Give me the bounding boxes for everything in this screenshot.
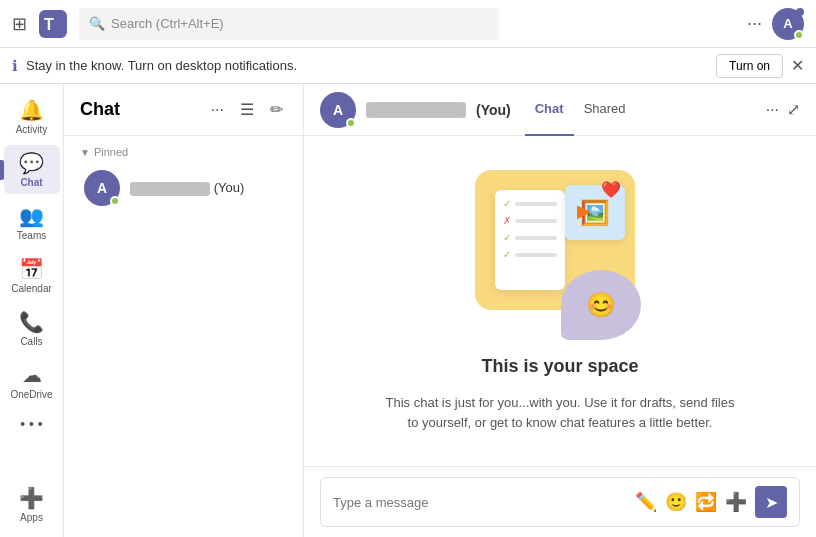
sidebar-item-chat[interactable]: 💬 Chat [4, 145, 60, 194]
topbar-right: ··· A [747, 8, 804, 40]
conv-header-right: ··· ⤢ [766, 100, 800, 119]
message-input-icons: ✏️ 🙂 🔁 ➕ ➤ [635, 486, 787, 518]
heart-icon: ❤️ [601, 180, 621, 199]
notification-text: Stay in the know. Turn on desktop notifi… [26, 58, 708, 73]
sidebar: 🔔 Activity 💬 Chat 👥 Teams 📅 Calendar 📞 C… [0, 84, 64, 537]
teams-icon: 👥 [19, 204, 44, 228]
illustration: ✓ ✗ ✓ ✓ [465, 170, 655, 340]
teams-logo: T [37, 8, 69, 40]
tab-chat[interactable]: Chat [525, 84, 574, 136]
tab-shared[interactable]: Shared [574, 84, 636, 136]
message-input[interactable] [333, 495, 625, 510]
chat-panel: Chat ··· ☰ ✏ ▼ Pinned A (You) [64, 84, 304, 537]
chat-compose-icon[interactable]: ✏ [266, 96, 287, 123]
conv-online-dot [346, 118, 356, 128]
sidebar-item-calls[interactable]: 📞 Calls [4, 304, 60, 353]
illustration-checklist: ✓ ✗ ✓ ✓ [495, 190, 565, 290]
message-input-area: ✏️ 🙂 🔁 ➕ ➤ [304, 466, 816, 537]
conv-tabs: Chat Shared [525, 84, 636, 136]
onedrive-icon: ☁ [22, 363, 42, 387]
close-notification-icon[interactable]: ✕ [791, 56, 804, 75]
main-area: 🔔 Activity 💬 Chat 👥 Teams 📅 Calendar 📞 C… [0, 84, 816, 537]
search-icon: 🔍 [89, 16, 105, 31]
pinned-section-label[interactable]: ▼ Pinned [64, 136, 303, 162]
search-placeholder: Search (Ctrl+Alt+E) [111, 16, 224, 31]
active-indicator [0, 160, 4, 180]
format-icon[interactable]: ✏️ [635, 491, 657, 513]
sidebar-item-label: Teams [17, 230, 46, 241]
blurred-username [130, 182, 210, 196]
notification-dot [796, 8, 804, 16]
more-options-icon[interactable]: ··· [747, 13, 762, 34]
check-green-icon-3: ✓ [503, 249, 511, 260]
chat-panel-title: Chat [80, 99, 199, 120]
list-item[interactable]: A (You) [68, 162, 299, 214]
conv-you-label: (You) [476, 102, 511, 118]
sidebar-item-label: Chat [20, 177, 42, 188]
svg-text:T: T [44, 16, 54, 33]
sidebar-item-apps[interactable]: ➕ Apps [4, 480, 60, 529]
pinned-label: Pinned [94, 146, 128, 158]
conv-expand-icon[interactable]: ⤢ [787, 100, 800, 119]
search-bar[interactable]: 🔍 Search (Ctrl+Alt+E) [79, 8, 499, 40]
calendar-icon: 📅 [19, 257, 44, 281]
check-green-icon-2: ✓ [503, 232, 511, 243]
check-green-icon: ✓ [503, 198, 511, 209]
online-dot [110, 196, 120, 206]
chat-icon: 💬 [19, 151, 44, 175]
apps-icon: ➕ [19, 486, 44, 510]
chat-item-name: (You) [130, 180, 244, 196]
calls-icon: 📞 [19, 310, 44, 334]
emoji-icon[interactable]: 🙂 [665, 491, 687, 513]
topbar: ⊞ T 🔍 Search (Ctrl+Alt+E) ··· A [0, 0, 816, 48]
sidebar-item-label: Activity [16, 124, 48, 135]
sidebar-item-teams[interactable]: 👥 Teams [4, 198, 60, 247]
chat-panel-header: Chat ··· ☰ ✏ [64, 84, 303, 136]
sidebar-item-calendar[interactable]: 📅 Calendar [4, 251, 60, 300]
send-button[interactable]: ➤ [755, 486, 787, 518]
conv-avatar-wrap: A [320, 92, 356, 128]
sidebar-item-label: Calendar [11, 283, 52, 294]
conversation-description: This chat is just for you...with you. Us… [380, 393, 740, 432]
chat-more-options-icon[interactable]: ··· [207, 97, 228, 123]
sidebar-item-label: Calls [20, 336, 42, 347]
sidebar-item-label: Apps [20, 512, 43, 523]
loop-icon[interactable]: 🔁 [695, 491, 717, 513]
check-red-icon: ✗ [503, 215, 511, 226]
illustration-speech-bubble: 😊 [561, 270, 641, 340]
online-status-dot [794, 30, 804, 40]
activity-icon: 🔔 [19, 98, 44, 122]
smile-icon: 😊 [586, 291, 616, 319]
chat-item-avatar-wrap: A [84, 170, 120, 206]
message-input-box: ✏️ 🙂 🔁 ➕ ➤ [320, 477, 800, 527]
attach-icon[interactable]: ➕ [725, 491, 747, 513]
conv-user-name [366, 102, 466, 118]
sidebar-item-onedrive[interactable]: ☁ OneDrive [4, 357, 60, 406]
conversation-area: A (You) Chat Shared ··· ⤢ [304, 84, 816, 537]
chevron-icon: ▼ [80, 147, 90, 158]
conversation-header: A (You) Chat Shared ··· ⤢ [304, 84, 816, 136]
more-icon: • • • [20, 416, 42, 432]
info-icon: ℹ [12, 57, 18, 75]
play-icon: ▶ [577, 200, 591, 222]
sidebar-item-activity[interactable]: 🔔 Activity [4, 92, 60, 141]
sidebar-item-more[interactable]: • • • [4, 410, 60, 438]
conversation-title: This is your space [481, 356, 638, 377]
user-avatar-wrapper[interactable]: A [772, 8, 804, 40]
notification-bar: ℹ Stay in the know. Turn on desktop noti… [0, 48, 816, 84]
send-icon: ➤ [765, 493, 778, 512]
grid-icon[interactable]: ⊞ [12, 13, 27, 35]
turn-on-button[interactable]: Turn on [716, 54, 783, 78]
conversation-body: ✓ ✗ ✓ ✓ [304, 136, 816, 466]
sidebar-item-label: OneDrive [10, 389, 52, 400]
conv-more-options-icon[interactable]: ··· [766, 101, 779, 119]
chat-filter-icon[interactable]: ☰ [236, 96, 258, 123]
